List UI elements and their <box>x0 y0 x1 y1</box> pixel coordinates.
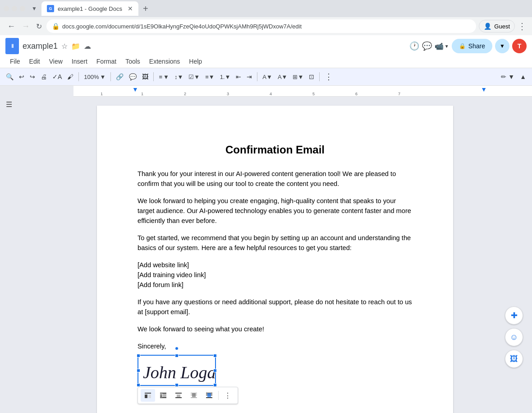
tab-favicon: G <box>47 5 54 12</box>
spell-check-icon[interactable]: ✓A <box>50 71 64 82</box>
menu-insert[interactable]: Insert <box>67 56 92 67</box>
history-icon[interactable]: 🕐 <box>409 41 419 51</box>
comments-icon[interactable]: 💬 <box>422 41 432 51</box>
tab-prev-btn[interactable]: ▼ <box>30 5 39 13</box>
farewell-text: We look forward to seeing what you creat… <box>138 324 413 334</box>
doc-area[interactable]: Confirmation Email Thank you for your in… <box>18 97 532 413</box>
emoji-button[interactable]: ☺ <box>505 328 523 346</box>
handle-tl[interactable] <box>137 354 140 357</box>
in-front-text-button[interactable] <box>202 389 216 402</box>
handle-tm[interactable] <box>175 354 179 357</box>
align-dropdown[interactable]: ≡ ▼ <box>156 72 171 82</box>
handle-bl[interactable] <box>137 383 140 387</box>
zoom-dropdown[interactable]: 100% ▼ <box>82 72 108 82</box>
signature-selected-container[interactable]: John Logan <box>138 355 216 386</box>
svg-rect-19 <box>206 397 212 398</box>
cloud-icon[interactable]: ☁ <box>84 42 91 51</box>
handle-br[interactable] <box>213 383 217 387</box>
menu-file[interactable]: File <box>5 56 25 67</box>
behind-text-button[interactable] <box>187 389 201 402</box>
handle-mr[interactable] <box>213 369 217 372</box>
image-icon[interactable]: 🖼 <box>140 71 151 82</box>
search-icon[interactable]: 🔍 <box>4 71 16 82</box>
star-icon[interactable]: ☆ <box>61 42 68 51</box>
url-text[interactable]: docs.google.com/document/d/1sE9OlkaHyngF… <box>62 23 471 30</box>
checklist-dropdown[interactable]: ☑▼ <box>186 72 202 82</box>
svg-rect-15 <box>191 397 197 398</box>
active-tab[interactable]: G example1 - Google Docs ✕ <box>41 1 138 16</box>
browser-window: ▼ G example1 - Google Docs ✕ + ← → ↻ 🔒 d… <box>0 0 532 413</box>
link-icon[interactable]: 🔗 <box>114 71 126 82</box>
menu-help[interactable]: Help <box>184 56 206 67</box>
toolbar-separator-5 <box>319 72 320 81</box>
tab-close-icon[interactable]: ✕ <box>128 5 133 12</box>
svg-rect-3 <box>148 394 151 398</box>
smart-compose-button[interactable]: ✚ <box>505 306 523 325</box>
meet-icon[interactable]: 📹 ▼ <box>435 42 449 51</box>
image-toolbar: ⋮ <box>138 387 238 404</box>
zoom-dropdown-icon: ▼ <box>100 74 106 80</box>
svg-rect-4 <box>160 393 166 394</box>
text-color-dropdown[interactable]: A▼ <box>275 72 290 82</box>
columns-dropdown[interactable]: ⊞▼ <box>290 72 306 82</box>
wrap-text-button[interactable] <box>156 389 170 402</box>
doc-page: Confirmation Email Thank you for your in… <box>97 106 453 413</box>
wrap-inline-button[interactable] <box>141 389 155 402</box>
line-spacing-dropdown[interactable]: ↕▼ <box>172 72 185 82</box>
image-more-options-button[interactable]: ⋮ <box>220 389 235 402</box>
numbered-list-dropdown[interactable]: 1.▼ <box>218 72 233 82</box>
svg-rect-8 <box>160 397 166 398</box>
signature-wrapper: John Logan <box>138 355 216 389</box>
list-dropdown[interactable]: ≡▼ <box>203 72 216 82</box>
profile-label: Guest <box>494 23 510 30</box>
maximize-button[interactable] <box>12 6 17 11</box>
image-insert-button[interactable]: 🖼 <box>505 350 523 368</box>
svg-rect-14 <box>192 393 196 398</box>
new-tab-button[interactable]: + <box>141 4 150 14</box>
browser-menu-icon[interactable]: ⋮ <box>518 21 527 32</box>
handle-tr[interactable] <box>213 354 217 357</box>
paragraph-3: To get started, we recommend that you be… <box>138 233 413 253</box>
break-text-button[interactable] <box>171 389 186 402</box>
address-bar[interactable]: 🔒 docs.google.com/document/d/1sE9OlkaHyn… <box>46 19 476 33</box>
increase-indent-icon[interactable]: ⇥ <box>244 71 254 82</box>
more-options-icon[interactable]: ⋮ <box>322 70 335 84</box>
collapse-toolbar-icon[interactable]: ▲ <box>518 71 528 82</box>
profile-icon: 👤 <box>484 23 491 30</box>
handle-ml[interactable] <box>137 369 140 372</box>
left-sidebar: ☰ <box>0 97 18 413</box>
lock-icon: 🔒 <box>52 23 60 30</box>
svg-rect-9 <box>175 393 182 394</box>
undo-icon[interactable]: ↩ <box>17 71 27 82</box>
back-button[interactable]: ← <box>5 20 17 33</box>
highlight-dropdown[interactable]: A▼ <box>260 72 275 82</box>
refresh-button[interactable]: ↻ <box>34 20 44 32</box>
menu-tools[interactable]: Tools <box>121 56 145 67</box>
folder-icon[interactable]: 📁 <box>71 42 80 51</box>
paint-format-icon[interactable]: 🖌 <box>65 71 76 82</box>
handle-bm[interactable] <box>175 383 179 387</box>
decrease-indent-icon[interactable]: ⇤ <box>234 71 243 82</box>
minimize-button[interactable] <box>4 6 9 11</box>
share-button[interactable]: 🔒 Share <box>452 39 492 53</box>
print-icon[interactable]: 🖨 <box>38 71 49 82</box>
rotate-handle[interactable] <box>175 347 179 350</box>
svg-rect-10 <box>177 394 180 397</box>
share-dropdown-icon[interactable]: ▼ <box>495 39 509 53</box>
tab-title: example1 - Google Docs <box>58 5 122 12</box>
close-button[interactable] <box>20 6 25 11</box>
crop-icon[interactable]: ⊡ <box>307 71 316 82</box>
menu-view[interactable]: View <box>45 56 67 67</box>
menu-extensions[interactable]: Extensions <box>145 56 184 67</box>
menu-format[interactable]: Format <box>92 56 121 67</box>
menu-edit[interactable]: Edit <box>25 56 45 67</box>
ruler-left-margin <box>0 86 73 97</box>
comment-icon[interactable]: 💬 <box>127 71 139 82</box>
pencil-mode-icon[interactable]: ✏ ▼ <box>499 71 517 82</box>
outline-toggle-button[interactable]: ☰ <box>6 100 12 109</box>
profile-button[interactable]: 👤 Guest <box>479 20 515 32</box>
forward-button[interactable]: → <box>20 20 32 33</box>
redo-icon[interactable]: ↪ <box>28 71 37 82</box>
header-right-actions: 🕐 💬 📹 ▼ 🔒 Share ▼ T <box>409 39 527 53</box>
user-avatar[interactable]: T <box>512 39 527 53</box>
